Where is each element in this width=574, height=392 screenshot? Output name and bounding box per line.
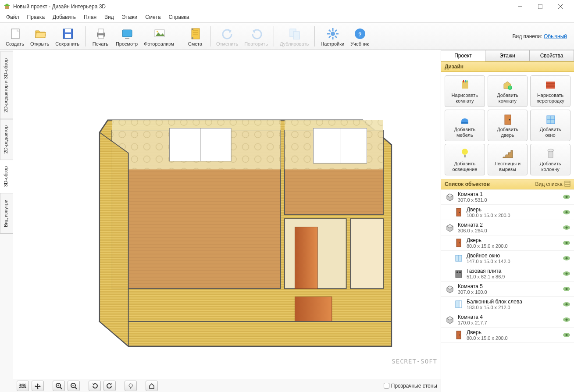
menu-4[interactable]: Вид	[101, 13, 118, 22]
toolbar-preview-button[interactable]: Просмотр	[113, 24, 141, 49]
toolbar-save-button[interactable]: Сохранить	[52, 24, 82, 49]
object-row[interactable]: Газовая плита51.0 x 62.1 x 86.9	[441, 266, 574, 282]
menu-6[interactable]: Смета	[142, 13, 164, 22]
undo-icon	[220, 26, 234, 40]
svg-rect-8	[65, 29, 71, 32]
menu-2[interactable]: Добавить	[49, 13, 79, 22]
balcony-icon	[453, 299, 464, 310]
design-button-4[interactable]: Добавитьдверь	[488, 110, 528, 141]
svg-point-113	[566, 242, 568, 244]
design-section-header: Дизайн	[441, 61, 574, 72]
svg-rect-2	[538, 4, 542, 9]
print-icon	[93, 26, 107, 40]
objects-header-label: Список объектов	[445, 181, 490, 187]
svg-point-72	[129, 384, 132, 387]
left-tab-3[interactable]: Вид изнутри	[0, 193, 13, 234]
design-button-1[interactable]: +Добавитькомнату	[488, 75, 528, 107]
menu-0[interactable]: Файл	[3, 13, 23, 22]
left-tab-1[interactable]: 2D-редактор	[0, 119, 13, 160]
svg-point-28	[331, 32, 335, 36]
canvas-panorama-button[interactable]: 360	[17, 381, 29, 391]
right-tabs: ПроектЭтажиСвойства	[441, 50, 574, 61]
toolbar-duplicate-button: Дублировать	[277, 24, 312, 49]
right-tab-0[interactable]: Проект	[441, 50, 485, 61]
visibility-eye-icon[interactable]	[563, 317, 570, 322]
object-row[interactable]: Комната 5307.0 x 100.0	[441, 282, 574, 297]
canvas-home-button[interactable]	[146, 381, 158, 391]
svg-text:?: ?	[358, 32, 361, 38]
object-row[interactable]: Двойное окно147.0 x 15.0 x 142.0	[441, 251, 574, 266]
right-tab-2[interactable]: Свойства	[529, 50, 574, 61]
menu-1[interactable]: Правка	[24, 13, 49, 22]
close-button[interactable]	[550, 0, 570, 13]
svg-marker-24	[228, 29, 232, 33]
transparent-walls-checkbox[interactable]: Прозрачные стены	[384, 383, 437, 389]
stove-icon	[453, 268, 464, 279]
left-tab-0[interactable]: 2D-редактор и 3D-обзор	[0, 52, 13, 119]
design-button-7[interactable]: Лестницы ивырезы	[488, 144, 528, 175]
object-row[interactable]: Комната 2306.0 x 264.0	[441, 220, 574, 235]
visibility-eye-icon[interactable]	[563, 286, 570, 292]
svg-rect-110	[456, 239, 461, 247]
visibility-eye-icon[interactable]	[563, 210, 570, 215]
svg-line-64	[60, 387, 62, 389]
design-button-0[interactable]: Нарисоватькомнату	[445, 75, 485, 107]
right-tab-1[interactable]: Этажи	[485, 50, 530, 61]
design-button-8[interactable]: Добавитьколонну	[530, 144, 570, 175]
svg-point-138	[566, 334, 568, 336]
visibility-eye-icon[interactable]	[563, 225, 570, 230]
canvas-rotate-left-button[interactable]	[89, 381, 101, 391]
room-icon	[445, 284, 455, 294]
object-row[interactable]: Дверь80.0 x 15.0 x 200.0	[441, 235, 574, 251]
object-row[interactable]: Балконный блок слева183.0 x 15.0 x 212.0	[441, 297, 574, 312]
visibility-eye-icon[interactable]	[563, 302, 570, 307]
photo-icon	[152, 26, 166, 40]
toolbar-create-button[interactable]: Создать	[3, 24, 27, 49]
svg-point-103	[459, 212, 460, 213]
menu-7[interactable]: Справка	[165, 13, 193, 22]
design-button-2[interactable]: Нарисоватьперегородку	[530, 75, 570, 107]
svg-rect-135	[456, 331, 461, 339]
visibility-eye-icon[interactable]	[563, 256, 570, 261]
svg-rect-11	[98, 29, 103, 33]
minimize-button[interactable]	[510, 0, 530, 13]
canvas-rotate-right-button[interactable]	[103, 381, 116, 391]
toolbar-settings-button[interactable]: Настройки	[317, 24, 347, 49]
visibility-eye-icon[interactable]	[563, 271, 570, 276]
svg-line-35	[335, 30, 337, 32]
toolbar-open-button[interactable]: Открыть	[27, 24, 52, 49]
toolbar-estimate-button[interactable]: Смета	[183, 24, 207, 49]
canvas-3d-view[interactable]: SECRET-SOFT	[13, 50, 441, 379]
room-icon	[445, 314, 455, 325]
canvas-zoom-out-button[interactable]	[68, 381, 80, 391]
design-button-3[interactable]: Добавитьмебель	[445, 110, 485, 141]
object-row[interactable]: Дверь100.0 x 15.0 x 200.0	[441, 205, 574, 220]
canvas-zoom-in-button[interactable]	[53, 381, 65, 391]
door-icon	[453, 238, 464, 248]
visibility-eye-icon[interactable]	[563, 332, 570, 338]
visibility-eye-icon[interactable]	[563, 240, 570, 246]
object-row[interactable]: Комната 4170.0 x 217.7	[441, 312, 574, 328]
visibility-eye-icon[interactable]	[563, 194, 570, 200]
design-button-5[interactable]: Добавитьокно	[530, 110, 570, 141]
canvas-pan-button[interactable]	[32, 381, 44, 391]
design-tools-grid: Нарисоватькомнату+ДобавитькомнатуНарисов…	[441, 72, 574, 179]
object-row[interactable]: Комната 1307.0 x 531.0	[441, 189, 574, 205]
toolbar-print-button[interactable]: Печать	[88, 24, 113, 49]
left-tab-2[interactable]: 3D-обзор	[0, 160, 13, 193]
svg-text:360: 360	[19, 383, 26, 389]
svg-rect-118	[456, 271, 462, 278]
svg-rect-128	[459, 301, 462, 308]
toolbar-help-button[interactable]: ?Учебник	[347, 24, 372, 49]
maximize-button[interactable]	[530, 0, 550, 13]
svg-line-33	[329, 30, 331, 32]
object-row[interactable]: Дверь80.0 x 15.0 x 200.0	[441, 328, 574, 343]
toolbar-photo-button[interactable]: Фотореализм	[141, 24, 177, 49]
canvas-light-button[interactable]	[125, 381, 137, 391]
list-view-toggle-icon[interactable]	[564, 181, 570, 188]
design-button-6[interactable]: Добавитьосвещение	[445, 144, 485, 175]
open-icon	[33, 26, 47, 40]
menu-3[interactable]: План	[80, 13, 100, 22]
menu-5[interactable]: Этажи	[118, 13, 141, 22]
panel-view-link[interactable]: Обычный	[544, 33, 567, 39]
